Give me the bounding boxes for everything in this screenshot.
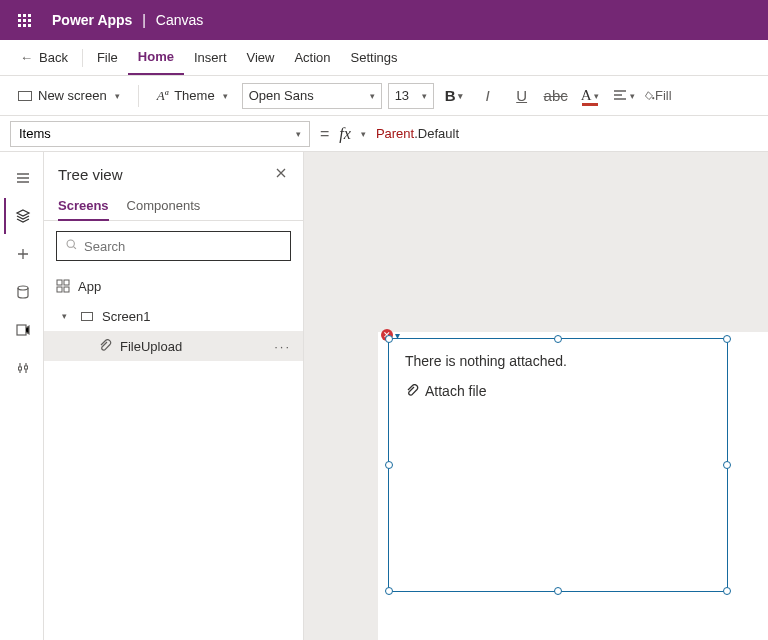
back-arrow-icon: ← xyxy=(20,50,33,65)
tree-search-input[interactable] xyxy=(84,239,282,254)
font-family-select[interactable]: Open Sans ▾ xyxy=(242,83,382,109)
chevron-down-icon: ▾ xyxy=(115,91,120,101)
rail-data-button[interactable] xyxy=(4,274,40,310)
svg-rect-7 xyxy=(64,280,69,285)
fill-label: Fill xyxy=(655,88,672,103)
back-button[interactable]: ← Back xyxy=(10,40,78,75)
font-size-select[interactable]: 13 ▾ xyxy=(388,83,434,109)
main-area: Tree view Screens Components App ▾ Scree… xyxy=(0,152,768,640)
font-family-value: Open Sans xyxy=(249,88,314,103)
paperclip-icon xyxy=(405,384,419,398)
svg-point-0 xyxy=(652,97,654,99)
formula-token-default: Default xyxy=(418,126,459,141)
resize-handle[interactable] xyxy=(723,335,731,343)
underline-button[interactable]: U xyxy=(508,83,536,109)
waffle-icon xyxy=(18,14,31,27)
attachment-empty-text: There is nothing attached. xyxy=(405,353,711,369)
property-name: Items xyxy=(19,126,51,141)
chevron-down-icon: ▾ xyxy=(594,91,599,101)
tree-node-fileupload[interactable]: FileUpload ··· xyxy=(44,331,303,361)
screen-icon xyxy=(80,309,94,323)
close-icon xyxy=(275,167,287,179)
chevron-down-icon: ▾ xyxy=(370,91,375,101)
resize-handle[interactable] xyxy=(554,335,562,343)
theme-label: Theme xyxy=(174,88,214,103)
chevron-down-icon: ▾ xyxy=(630,91,635,101)
layers-icon xyxy=(15,208,31,224)
close-panel-button[interactable] xyxy=(271,162,291,186)
font-color-swatch xyxy=(582,103,598,106)
rail-advanced-button[interactable] xyxy=(4,350,40,386)
bold-button[interactable]: B ▾ xyxy=(440,83,468,109)
rail-insert-button[interactable] xyxy=(4,236,40,272)
svg-point-5 xyxy=(67,240,74,247)
formula-input[interactable]: Parent.Default xyxy=(376,126,459,141)
formula-token-parent: Parent xyxy=(376,126,414,141)
menu-settings[interactable]: Settings xyxy=(341,40,408,75)
selected-control-fileupload[interactable]: ✕ ▾ There is nothing attached. Attach fi… xyxy=(388,338,728,592)
resize-handle[interactable] xyxy=(723,461,731,469)
resize-handle[interactable] xyxy=(385,587,393,595)
menu-file[interactable]: File xyxy=(87,40,128,75)
rail-tree-view-button[interactable] xyxy=(4,198,40,234)
resize-handle[interactable] xyxy=(554,587,562,595)
attach-file-button[interactable]: Attach file xyxy=(405,383,711,399)
app-header: Power Apps | Canvas xyxy=(0,0,768,40)
app-icon xyxy=(56,279,70,293)
resize-handle[interactable] xyxy=(385,461,393,469)
attach-file-label: Attach file xyxy=(425,383,486,399)
fx-label: fx xyxy=(339,125,351,143)
database-icon xyxy=(15,284,31,300)
menu-action[interactable]: Action xyxy=(284,40,340,75)
chevron-down-icon: ▾ xyxy=(422,91,427,101)
theme-button[interactable]: Aª Theme ▾ xyxy=(149,84,236,108)
align-button[interactable]: ▾ xyxy=(610,83,638,109)
strikethrough-button[interactable]: abc xyxy=(542,83,570,109)
tab-screens[interactable]: Screens xyxy=(58,192,109,221)
rail-media-button[interactable] xyxy=(4,312,40,348)
chevron-down-icon: ▾ xyxy=(296,129,301,139)
chevron-down-icon[interactable]: ▾ xyxy=(395,330,400,341)
svg-rect-2 xyxy=(17,325,26,335)
svg-rect-9 xyxy=(64,287,69,292)
property-select[interactable]: Items ▾ xyxy=(10,121,310,147)
tree-search-box[interactable] xyxy=(56,231,291,261)
chevron-down-icon: ▾ xyxy=(223,91,228,101)
chevron-down-icon: ▾ xyxy=(361,129,366,139)
new-screen-label: New screen xyxy=(38,88,107,103)
theme-icon: Aª xyxy=(157,88,169,104)
svg-point-1 xyxy=(18,286,28,290)
italic-button[interactable]: I xyxy=(474,83,502,109)
fill-button[interactable]: Fill xyxy=(644,83,672,109)
left-rail xyxy=(0,152,44,640)
svg-rect-8 xyxy=(57,287,62,292)
menu-insert[interactable]: Insert xyxy=(184,40,237,75)
media-icon xyxy=(15,322,31,338)
font-color-button[interactable]: A ▾ xyxy=(576,83,604,109)
chevron-down-icon: ▾ xyxy=(458,91,463,101)
tree-node-app[interactable]: App xyxy=(44,271,303,301)
resize-handle[interactable] xyxy=(723,587,731,595)
menu-view[interactable]: View xyxy=(237,40,285,75)
toolbar-separator xyxy=(138,85,139,107)
tree-view-title: Tree view xyxy=(58,166,122,183)
app-launcher-button[interactable] xyxy=(8,4,40,36)
svg-rect-3 xyxy=(18,367,21,370)
property-bar: Items ▾ = fx ▾ Parent.Default xyxy=(0,116,768,152)
tab-components[interactable]: Components xyxy=(127,192,201,220)
resize-handle[interactable] xyxy=(385,335,393,343)
svg-rect-6 xyxy=(57,280,62,285)
search-icon xyxy=(65,237,78,255)
tree-view-panel: Tree view Screens Components App ▾ Scree… xyxy=(44,152,304,640)
hamburger-icon xyxy=(15,170,31,186)
brand-separator: | xyxy=(138,12,149,28)
svg-rect-4 xyxy=(24,366,27,369)
design-canvas[interactable]: ✕ ▾ There is nothing attached. Attach fi… xyxy=(304,152,768,640)
tree-node-screen1[interactable]: ▾ Screen1 xyxy=(44,301,303,331)
menu-home[interactable]: Home xyxy=(128,40,184,75)
expand-caret-icon[interactable]: ▾ xyxy=(62,311,72,321)
menu-bar: ← Back File Home Insert View Action Sett… xyxy=(0,40,768,76)
rail-hamburger-button[interactable] xyxy=(4,160,40,196)
tree-node-more-button[interactable]: ··· xyxy=(274,339,291,354)
new-screen-button[interactable]: New screen ▾ xyxy=(10,84,128,107)
